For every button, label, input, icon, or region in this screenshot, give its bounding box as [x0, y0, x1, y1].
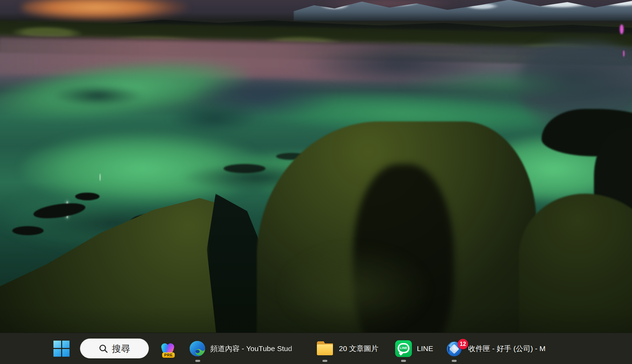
wallpaper-star-streak: [100, 173, 101, 181]
wallpaper-aurora-lake: [0, 0, 632, 364]
wallpaper-cloud-shadow: [168, 104, 259, 133]
wallpaper-rock-islet: [224, 164, 266, 173]
copilot-pre-badge: PRE: [162, 352, 175, 358]
wallpaper-sunset-glow: [21, 0, 189, 21]
unread-count-badge: 12: [458, 339, 468, 349]
search-button[interactable]: 搜尋: [80, 339, 149, 358]
taskbar-app-thunderbird[interactable]: 12 收件匣 - 好手 (公司) - M: [446, 340, 546, 357]
wallpaper-rock-islet: [12, 226, 44, 235]
start-button[interactable]: [53, 340, 70, 357]
app-label: 20 文章圖片: [339, 344, 378, 354]
wallpaper-rock-islet: [75, 193, 100, 200]
app-label: 收件匣 - 好手 (公司) - M: [468, 344, 546, 354]
search-label: 搜尋: [112, 344, 130, 353]
wallpaper-distant-light: [623, 50, 625, 57]
running-indicator: [322, 360, 327, 362]
folder-icon: [317, 341, 334, 356]
taskbar: 搜尋 PRE: [0, 333, 632, 364]
wallpaper-cloud-shadow: [507, 52, 632, 108]
edge-icon: [189, 341, 205, 357]
wallpaper-cloud-shadow: [307, 45, 489, 84]
app-label: LINE: [417, 344, 433, 353]
line-icon-text: LINE: [400, 347, 407, 350]
running-indicator: [401, 360, 406, 362]
app-label: 頻道內容 - YouTube Stud: [210, 344, 305, 354]
taskbar-app-edge[interactable]: 頻道內容 - YouTube Stud: [189, 340, 305, 357]
copilot-button[interactable]: PRE: [159, 340, 176, 357]
taskbar-app-line[interactable]: LINE LINE: [395, 340, 433, 357]
search-icon: [99, 344, 108, 353]
windows-logo-icon: [53, 341, 70, 357]
wallpaper-distant-light: [620, 24, 624, 34]
wallpaper-cloud-shadow: [52, 85, 143, 106]
taskbar-app-folder[interactable]: 20 文章圖片: [317, 340, 378, 357]
line-icon: LINE: [395, 340, 412, 357]
running-indicator: [452, 360, 457, 362]
running-indicator: [195, 360, 200, 362]
desktop: 搜尋 PRE: [0, 0, 632, 364]
